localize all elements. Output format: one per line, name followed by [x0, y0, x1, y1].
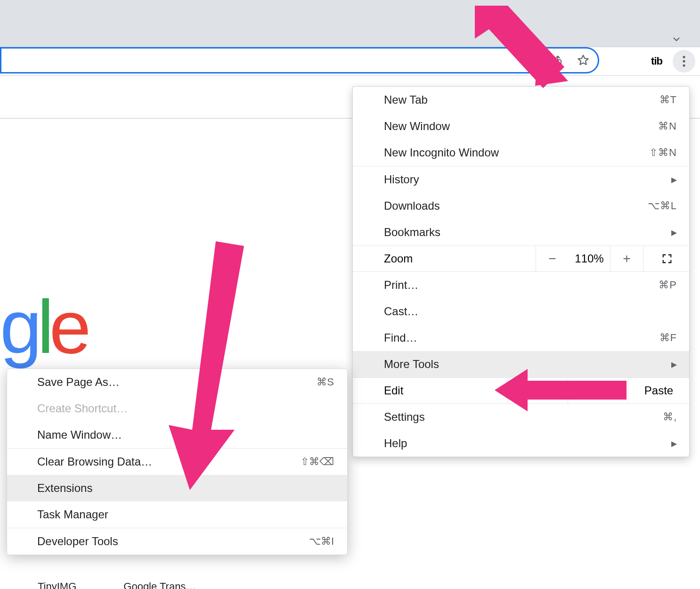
menu-item-history[interactable]: History▸ — [353, 166, 689, 193]
logo-letter: l — [37, 285, 49, 369]
tab-strip — [0, 0, 700, 47]
edit-cut-button[interactable]: Cut — [507, 378, 568, 403]
edit-copy-button[interactable]: Copy — [568, 378, 628, 403]
logo-letter: e — [49, 285, 87, 369]
zoom-out-button[interactable]: − — [536, 246, 569, 271]
zoom-in-button[interactable]: + — [610, 246, 643, 271]
zoom-value: 110% — [569, 252, 610, 265]
kebab-menu-button[interactable] — [673, 50, 695, 73]
menu-item-more-tools[interactable]: More Tools▸ — [353, 351, 689, 377]
svg-point-4 — [683, 56, 685, 58]
bottom-tab-labels: TinyIMG Google Trans… — [38, 581, 196, 589]
menu-item-new-incognito[interactable]: New Incognito Window⇧⌘N — [353, 139, 689, 166]
menu-item-new-window[interactable]: New Window⌘N — [353, 113, 689, 139]
menu-item-bookmarks[interactable]: Bookmarks▸ — [353, 219, 689, 245]
zoom-label: Zoom — [353, 252, 536, 265]
menu-item-edit: Edit Cut Copy Paste — [353, 377, 689, 404]
fullscreen-button[interactable] — [643, 246, 690, 271]
submenu-item-clear-data[interactable]: Clear Browsing Data…⇧⌘⌫ — [7, 449, 347, 475]
chevron-right-icon: ▸ — [671, 437, 677, 450]
edit-label: Edit — [353, 378, 507, 403]
star-icon[interactable] — [577, 54, 589, 66]
chrome-main-menu: New Tab⌘T New Window⌘N New Incognito Win… — [352, 86, 690, 457]
extension-badge[interactable]: tib — [651, 55, 662, 67]
submenu-item-task-manager[interactable]: Task Manager — [7, 501, 347, 528]
google-logo: gle — [0, 284, 87, 370]
submenu-item-create-shortcut: Create Shortcut… — [7, 395, 347, 422]
toolbar: tib — [0, 47, 700, 76]
submenu-item-extensions[interactable]: Extensions — [7, 475, 347, 501]
menu-item-new-tab[interactable]: New Tab⌘T — [353, 87, 689, 113]
submenu-item-save-page[interactable]: Save Page As…⌘S — [7, 369, 347, 395]
menu-item-downloads[interactable]: Downloads⌥⌘L — [353, 193, 689, 219]
submenu-item-name-window[interactable]: Name Window… — [7, 422, 347, 448]
menu-item-print[interactable]: Print…⌘P — [353, 272, 689, 298]
zoom-out-icon[interactable] — [526, 54, 538, 66]
chevron-down-icon[interactable] — [670, 33, 683, 45]
logo-letter: g — [0, 285, 37, 369]
share-icon[interactable] — [552, 54, 564, 66]
omnibox[interactable] — [0, 47, 599, 74]
svg-line-1 — [534, 62, 537, 65]
chevron-right-icon: ▸ — [671, 358, 677, 371]
svg-point-6 — [683, 64, 685, 66]
chevron-right-icon: ▸ — [671, 173, 677, 186]
tab-label[interactable]: TinyIMG — [38, 581, 76, 589]
chevron-right-icon: ▸ — [671, 226, 677, 239]
menu-item-zoom: Zoom − 110% + — [353, 245, 689, 272]
svg-point-5 — [683, 60, 685, 62]
menu-item-help[interactable]: Help▸ — [353, 430, 689, 457]
menu-item-find[interactable]: Find…⌘F — [353, 325, 689, 351]
edit-paste-button[interactable]: Paste — [628, 378, 689, 403]
menu-item-settings[interactable]: Settings⌘, — [353, 404, 689, 430]
menu-item-cast[interactable]: Cast… — [353, 298, 689, 325]
tab-label[interactable]: Google Trans… — [123, 581, 196, 589]
submenu-item-developer-tools[interactable]: Developer Tools⌥⌘I — [7, 528, 347, 555]
more-tools-submenu: Save Page As…⌘S Create Shortcut… Name Wi… — [7, 368, 348, 555]
